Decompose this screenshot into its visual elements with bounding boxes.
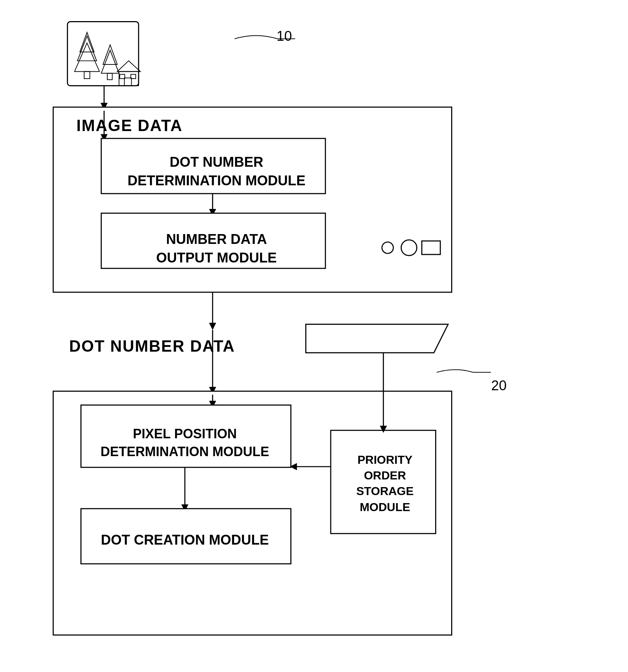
svg-rect-25 <box>422 241 440 254</box>
svg-marker-41 <box>380 426 387 433</box>
svg-rect-11 <box>124 78 132 86</box>
svg-rect-8 <box>35 15 55 29</box>
image-data-label: IMAGE DATA <box>76 116 183 135</box>
svg-marker-29 <box>306 324 448 353</box>
svg-marker-37 <box>181 505 188 512</box>
svg-point-24 <box>401 240 417 256</box>
svg-marker-34 <box>209 401 216 408</box>
svg-marker-27 <box>209 323 216 330</box>
svg-marker-3 <box>80 32 94 52</box>
svg-rect-7 <box>107 73 112 80</box>
svg-marker-1 <box>75 43 99 71</box>
diagram-container: 10 IMAGE DATA DOT NUMBERDETERMINATION MO… <box>29 15 599 657</box>
dot-number-data-label: DOT NUMBER DATA <box>69 337 235 355</box>
arrows-svg <box>29 15 599 657</box>
svg-marker-6 <box>103 45 117 64</box>
svg-rect-12 <box>120 74 125 79</box>
svg-marker-21 <box>209 209 216 216</box>
ref-label-10: 10 <box>277 28 292 44</box>
svg-rect-13 <box>131 74 136 79</box>
svg-marker-15 <box>100 103 108 110</box>
svg-marker-9 <box>119 71 139 86</box>
svg-rect-4 <box>84 71 90 79</box>
dot-number-determination-label: DOT NUMBERDETERMINATION MODULE <box>106 153 327 190</box>
number-data-output-label: NUMBER DATAOUTPUT MODULE <box>106 230 327 268</box>
priority-order-label: PRIORITYORDERSTORAGEMODULE <box>338 452 432 515</box>
svg-marker-2 <box>77 36 97 61</box>
svg-marker-43 <box>290 463 297 470</box>
ref-label-20: 20 <box>491 378 506 394</box>
svg-point-23 <box>382 242 393 253</box>
svg-rect-0 <box>67 22 139 86</box>
svg-marker-5 <box>101 50 119 74</box>
svg-marker-31 <box>209 387 216 394</box>
dot-creation-label: DOT CREATION MODULE <box>83 531 287 549</box>
svg-marker-10 <box>117 61 140 71</box>
pixel-position-label: PIXEL POSITIONDETERMINATION MODULE <box>83 425 287 460</box>
svg-marker-18 <box>100 134 108 142</box>
